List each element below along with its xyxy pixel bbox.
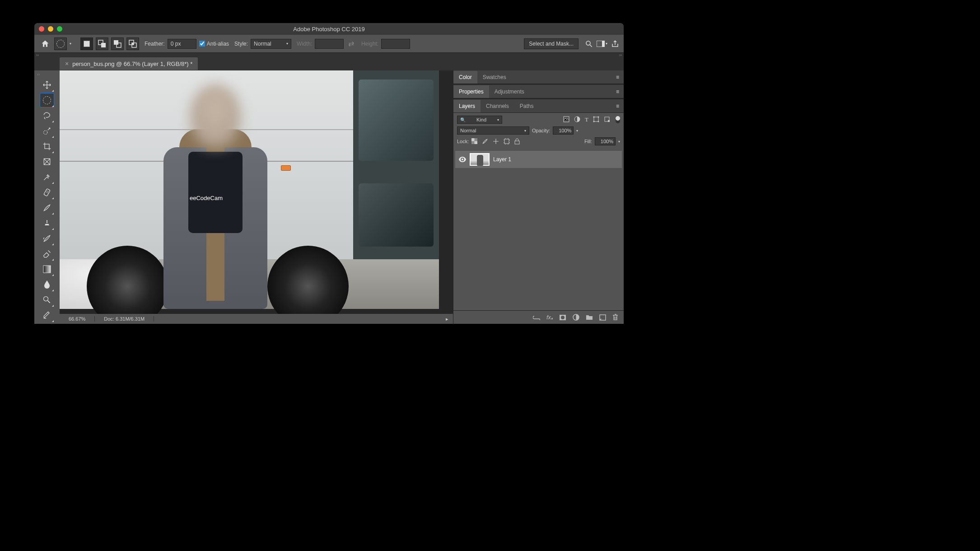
filter-toggle[interactable] [616,116,620,123]
tab-paths[interactable]: Paths [514,100,539,112]
color-swatches-tabs: Color Swatches ≡ [453,70,624,84]
fill-dropdown-icon[interactable]: ▾ [618,140,620,144]
document-tab[interactable]: × person_bus.png @ 66.7% (Layer 1, RGB/8… [60,57,198,70]
tab-adjustments[interactable]: Adjustments [489,85,530,98]
filter-type-icon[interactable]: T [585,116,588,123]
expand-right-icon[interactable]: ›› [619,53,622,57]
antialias-check-input[interactable] [199,41,205,47]
svg-rect-6 [132,43,134,45]
lock-artboard-icon[interactable] [504,138,510,145]
share-icon[interactable] [611,40,619,48]
layers-panel-footer: fx▴ [453,310,624,324]
pen-tool[interactable] [40,308,54,322]
brush-tool[interactable] [40,201,54,215]
elliptical-marquee-tool[interactable] [40,93,54,107]
new-group-icon[interactable] [586,314,593,320]
selection-intersect-button[interactable] [126,37,139,50]
zoom-level[interactable]: 66.67% [60,316,95,322]
clone-stamp-tool[interactable] [40,216,54,230]
panel-menu-icon[interactable]: ≡ [611,85,624,98]
minimize-window-button[interactable] [48,26,53,32]
tab-swatches[interactable]: Swatches [477,71,512,84]
move-tool[interactable] [40,78,54,92]
blur-tool[interactable] [40,277,54,292]
maximize-window-button[interactable] [57,26,62,32]
close-tab-icon[interactable]: × [65,60,69,67]
svg-rect-31 [475,141,478,145]
filter-smartobject-icon[interactable] [604,116,610,123]
lock-image-icon[interactable] [482,138,488,145]
lock-position-icon[interactable] [493,138,499,145]
height-label: Height: [361,41,378,47]
eyedropper-tool[interactable] [40,170,54,184]
selection-subtract-button[interactable] [111,37,124,50]
svg-rect-32 [504,139,509,144]
blend-mode-select[interactable]: Normal▾ [457,126,529,135]
lock-all-icon[interactable] [514,138,520,145]
history-brush-tool[interactable] [40,231,54,246]
image-reflector [281,165,291,171]
fill-label: Fill: [584,139,592,144]
feather-input[interactable] [168,39,196,49]
fill-input[interactable] [595,137,616,145]
home-button[interactable] [39,37,51,50]
filter-pixel-icon[interactable] [563,116,569,123]
lasso-tool[interactable] [40,108,54,123]
statusbar-more-icon[interactable]: ▸ [441,316,453,322]
layer-thumbnail[interactable] [470,153,490,166]
antialias-label: Anti-alias [207,41,229,47]
document-statusbar: 66.67% Doc: 6.31M/6.31M ▸ [60,314,453,324]
layer-visibility-icon[interactable] [459,157,466,162]
tool-preset-marquee[interactable] [54,37,67,50]
panel-menu-icon[interactable]: ≡ [611,71,624,84]
canvas[interactable]: eeCodeCam [60,70,453,314]
select-and-mask-button[interactable]: Select and Mask... [524,38,579,49]
selection-add-button[interactable] [96,37,108,50]
eraser-tool[interactable] [40,247,54,261]
svg-rect-18 [43,266,51,273]
dodge-tool[interactable] [40,293,54,307]
layer-row[interactable]: Layer 1 [455,151,622,168]
gradient-tool[interactable] [40,262,54,276]
frame-tool[interactable] [40,154,54,169]
tab-properties[interactable]: Properties [453,85,489,98]
link-layers-icon[interactable] [533,315,540,320]
antialias-checkbox[interactable]: Anti-alias [199,41,229,47]
workspace-switcher-icon[interactable]: ▾ [597,40,607,48]
opacity-input[interactable] [553,126,574,135]
layer-fx-icon[interactable]: fx▴ [546,314,553,321]
layer-filter-kind[interactable]: 🔍 Kind ▾ [457,116,502,124]
healing-brush-tool[interactable] [40,185,54,200]
panel-menu-icon[interactable]: ≡ [611,100,624,112]
svg-point-7 [586,41,590,45]
quick-selection-tool[interactable] [40,124,54,138]
doc-size[interactable]: Doc: 6.31M/6.31M [95,316,154,322]
tab-channels[interactable]: Channels [481,100,514,112]
swap-wh-icon: ⇄ [348,39,354,48]
adjustment-layer-icon[interactable] [573,314,579,321]
close-window-button[interactable] [39,26,44,32]
layer-name[interactable]: Layer 1 [493,156,511,163]
lock-transparent-icon[interactable] [471,138,477,145]
filter-shape-icon[interactable] [593,116,599,123]
svg-rect-33 [515,141,519,144]
tab-color[interactable]: Color [453,71,477,84]
selection-new-button[interactable] [80,37,93,50]
tools-expand-icon[interactable]: ›› [34,72,40,77]
filter-adjustment-icon[interactable] [574,116,580,123]
crop-tool[interactable] [40,139,54,154]
layer-mask-icon[interactable] [559,314,566,321]
style-select[interactable]: Normal▾ [251,39,291,49]
opacity-dropdown-icon[interactable]: ▾ [576,129,578,133]
new-layer-icon[interactable] [599,314,606,321]
style-label: Style: [234,41,248,47]
delete-layer-icon[interactable] [612,314,618,321]
feather-label: Feather: [145,41,165,47]
expand-left-icon[interactable]: ›› [36,53,39,57]
tool-preset-dropdown-icon[interactable]: ▾ [70,42,71,46]
image-shirt-text: eeCodeCam [190,195,244,201]
svg-point-19 [44,297,48,301]
app-window: Adobe Photoshop CC 2019 ▾ Feather: Anti-… [34,23,624,324]
tab-layers[interactable]: Layers [453,100,481,112]
search-icon[interactable] [585,40,593,48]
